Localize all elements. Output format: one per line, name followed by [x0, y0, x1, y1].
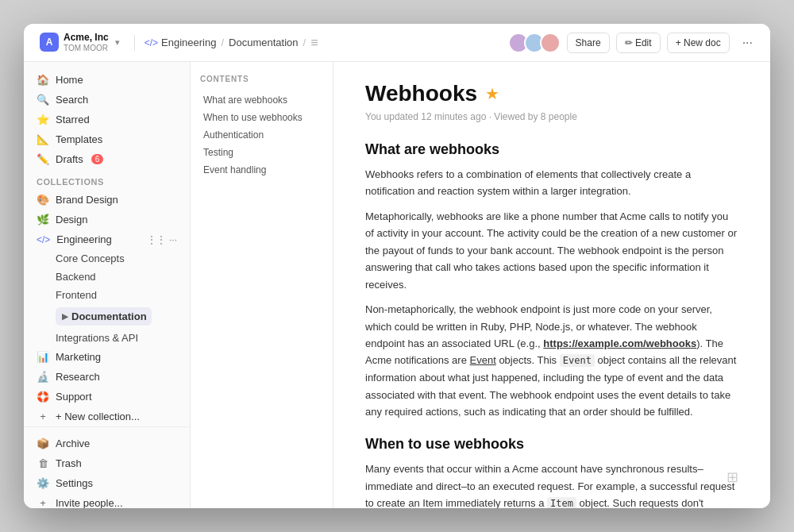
sidebar-item-invite[interactable]: + Invite people...: [24, 493, 190, 508]
sidebar-item-settings[interactable]: ⚙️ Settings: [24, 473, 190, 493]
engineering-code-icon: </>: [37, 234, 50, 245]
sidebar-item-frontend[interactable]: Frontend: [56, 286, 190, 304]
section-heading-0: What are webhooks: [365, 141, 738, 158]
webhooks-url-link[interactable]: https://example.com/webhooks: [543, 337, 696, 349]
section-heading-1: When to use webhooks: [365, 436, 738, 453]
drafts-icon: ✏️: [37, 153, 49, 165]
star-icon: ⭐: [37, 114, 49, 125]
sidebar-item-marketing[interactable]: 📊 Marketing: [24, 347, 190, 367]
search-icon: 🔍: [37, 94, 49, 106]
sidebar: 🏠 Home 🔍 Search ⭐ Starred 📐 Templates ✏️…: [24, 62, 191, 508]
grid-view-icon[interactable]: ⊞: [365, 465, 738, 489]
engineering-settings-icon[interactable]: ⋮⋮: [147, 234, 166, 245]
toc-panel: CONTENTS What are webhooks When to use w…: [191, 62, 333, 508]
marketing-icon: 📊: [37, 351, 49, 363]
sidebar-item-core-concepts[interactable]: Core Concepts: [56, 249, 190, 268]
sidebar-item-brand-design[interactable]: 🎨 Brand Design: [24, 190, 190, 210]
plus-icon: +: [37, 411, 49, 422]
app-window: A Acme, Inc TOM MOOR ▾ </> Engineering /…: [24, 24, 770, 508]
more-button[interactable]: ···: [736, 33, 759, 53]
drafts-badge: 6: [91, 154, 104, 164]
sidebar-item-documentation-row: ▶ Documentation: [56, 304, 190, 329]
sidebar-item-research[interactable]: 🔬 Research: [24, 367, 190, 387]
sidebar-item-backend[interactable]: Backend: [56, 268, 190, 286]
content-area: CONTENTS What are webhooks When to use w…: [191, 62, 770, 508]
toc-item-3[interactable]: Testing: [200, 144, 323, 161]
engineering-more-icon[interactable]: ···: [169, 234, 177, 245]
collections-label: COLLECTIONS: [24, 169, 190, 190]
research-icon: 🔬: [37, 371, 49, 383]
brand-design-icon: 🎨: [37, 194, 49, 206]
archive-icon: 📦: [37, 438, 49, 449]
sidebar-item-starred[interactable]: ⭐ Starred: [24, 110, 190, 129]
breadcrumb-menu[interactable]: ≡: [310, 36, 318, 50]
viewers-avatars: [508, 33, 561, 53]
toc-item-2[interactable]: Authentication: [200, 126, 323, 144]
workspace-button[interactable]: A Acme, Inc TOM MOOR ▾: [35, 29, 125, 56]
doc-para-0-1: Metaphorically, webhooks are like a phon…: [365, 208, 738, 293]
home-icon: 🏠: [37, 74, 49, 86]
doc-content: Webhooks ★ You updated 12 minutes ago · …: [333, 62, 770, 508]
doc-meta: You updated 12 minutes ago · Viewed by 8…: [365, 111, 738, 122]
doc-para-0-2: Non-metaphorically, the webhook endpoint…: [365, 301, 738, 420]
doc-para-0-0: Webhooks refers to a combination of elem…: [365, 166, 738, 200]
event-link[interactable]: Event: [470, 354, 496, 366]
sidebar-bottom: 📦 Archive 🗑 Trash ⚙️ Settings + Invite p…: [24, 426, 190, 508]
workspace-chevron: ▾: [115, 37, 120, 48]
toc-item-0[interactable]: What are webhooks: [200, 91, 323, 109]
sidebar-item-design[interactable]: 🌿 Design: [24, 210, 190, 229]
trash-icon: 🗑: [37, 457, 49, 469]
engineering-subnav: Core Concepts Backend Frontend ▶ Documen…: [24, 249, 190, 347]
sidebar-item-archive[interactable]: 📦 Archive: [24, 434, 190, 453]
sidebar-item-new-collection[interactable]: + + New collection...: [24, 407, 190, 426]
code-icon: </>: [145, 37, 158, 48]
breadcrumb-documentation[interactable]: Documentation: [229, 37, 298, 48]
toc-item-4[interactable]: Event handling: [200, 161, 323, 179]
doc-title: Webhooks: [365, 81, 477, 106]
avatar-3: [540, 33, 561, 53]
breadcrumb: </> Engineering / Documentation / ≡: [145, 36, 502, 50]
doc-chevron: ▶: [62, 312, 68, 321]
toc-title: CONTENTS: [200, 75, 323, 83]
settings-icon: ⚙️: [37, 477, 49, 489]
toc-item-1[interactable]: When to use webhooks: [200, 109, 323, 126]
main-layout: 🏠 Home 🔍 Search ⭐ Starred 📐 Templates ✏️…: [24, 62, 770, 508]
topbar-divider: [134, 35, 135, 51]
invite-icon: +: [37, 497, 49, 508]
topbar-actions: Share ✏ Edit + New doc ···: [508, 33, 759, 53]
support-icon: 🛟: [37, 391, 49, 403]
workspace-name: Acme, Inc: [64, 32, 109, 43]
sidebar-item-trash[interactable]: 🗑 Trash: [24, 453, 190, 473]
sidebar-item-search[interactable]: 🔍 Search: [24, 90, 190, 110]
sidebar-item-home[interactable]: 🏠 Home: [24, 70, 190, 90]
new-doc-button[interactable]: + New doc: [667, 33, 730, 53]
workspace-avatar: A: [40, 33, 59, 52]
workspace-user: TOM MOOR: [64, 44, 109, 53]
sidebar-item-documentation[interactable]: ▶ Documentation: [56, 307, 152, 326]
design-icon: 🌿: [37, 214, 49, 226]
edit-button[interactable]: ✏ Edit: [616, 33, 661, 53]
breadcrumb-engineering[interactable]: </> Engineering: [145, 37, 217, 48]
sidebar-item-support[interactable]: 🛟 Support: [24, 387, 190, 407]
sidebar-item-engineering[interactable]: </> Engineering ⋮⋮ ···: [24, 229, 190, 249]
share-button[interactable]: Share: [567, 33, 610, 53]
templates-icon: 📐: [37, 133, 49, 145]
sidebar-item-drafts[interactable]: ✏️ Drafts 6: [24, 149, 190, 169]
topbar: A Acme, Inc TOM MOOR ▾ </> Engineering /…: [24, 24, 770, 62]
doc-star[interactable]: ★: [485, 84, 499, 103]
sidebar-item-templates[interactable]: 📐 Templates: [24, 129, 190, 149]
sidebar-item-integrations[interactable]: Integrations & API: [56, 329, 190, 347]
doc-title-row: Webhooks ★: [365, 81, 738, 106]
